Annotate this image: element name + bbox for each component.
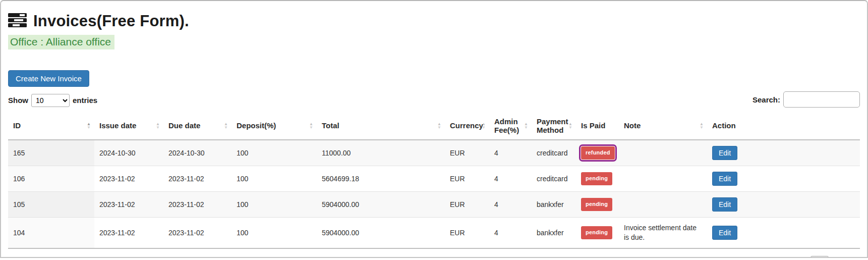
column-header-admin_fee[interactable]: Admin Fee(%)▲▼ <box>489 112 532 140</box>
cell-currency: EUR <box>445 166 489 192</box>
cell-admin_fee: 4 <box>489 192 532 218</box>
table-row: 1042023-11-022023-11-021005904000.00EUR4… <box>8 218 860 249</box>
office-banner: Office : Alliance office <box>8 35 114 49</box>
cell-admin_fee: 4 <box>489 166 532 192</box>
column-label: Currency <box>450 121 483 130</box>
cell-issue_date: 2024-10-30 <box>94 140 163 166</box>
cell-is_paid: pending <box>576 192 619 218</box>
browser-window: Invoices(Free Form). Office : Alliance o… <box>0 0 868 258</box>
cell-total: 11000.00 <box>317 140 445 166</box>
cell-is_paid: pending <box>576 166 619 192</box>
column-header-payment_method[interactable]: Payment Method▲▼ <box>532 112 576 140</box>
column-header-note[interactable]: Note▲▼ <box>619 112 707 140</box>
is-paid-status-badge: pending <box>581 226 612 239</box>
cell-due_date: 2024-10-30 <box>163 140 232 166</box>
cell-currency: EUR <box>445 218 489 249</box>
length-control: Show10entries <box>8 94 97 107</box>
sort-arrows-icon: ▲▼ <box>568 122 572 129</box>
invoice-list-icon <box>8 13 28 30</box>
cell-note: Invoice settlement date is due. <box>619 218 707 249</box>
column-header-due_date[interactable]: Due date▲▼ <box>163 112 232 140</box>
table-footer: Showing 1 to 4 of 4 entries (filtered fr… <box>8 256 860 258</box>
cell-total: 5904000.00 <box>317 192 445 218</box>
sort-arrows-icon: ▲▼ <box>224 122 228 129</box>
column-header-id[interactable]: ID▲▼ <box>8 112 94 140</box>
page-title: Invoices(Free Form). <box>33 12 189 30</box>
column-label: Payment Method <box>537 117 568 134</box>
sort-arrows-icon: ▲▼ <box>309 122 313 129</box>
cell-payment_method: bankxfer <box>532 192 576 218</box>
cell-note <box>619 166 707 192</box>
column-label: Deposit(%) <box>237 121 276 130</box>
column-header-is_paid: Is Paid <box>576 112 619 140</box>
cell-payment_method: bankxfer <box>532 218 576 249</box>
sort-arrows-icon: ▲▼ <box>700 122 704 129</box>
cell-due_date: 2023-11-02 <box>163 218 232 249</box>
sort-arrows-icon: ▲▼ <box>156 122 160 129</box>
cell-action: Edit <box>707 218 860 249</box>
toolbar: Create New Invoice <box>8 49 860 87</box>
is-paid-status-badge: pending <box>581 198 612 211</box>
column-label: Total <box>322 121 339 130</box>
edit-button[interactable]: Edit <box>712 172 737 186</box>
cell-action: Edit <box>707 192 860 218</box>
cell-deposit: 100 <box>232 140 317 166</box>
cell-note <box>619 192 707 218</box>
cell-total: 5904000.00 <box>317 218 445 249</box>
cell-payment_method: creditcard <box>532 140 576 166</box>
pagination: Previous 1 Next <box>767 256 860 258</box>
pagination-next[interactable]: Next <box>833 256 860 258</box>
sort-arrows-icon: ▲▼ <box>482 122 486 129</box>
page-header: Invoices(Free Form). <box>8 12 860 30</box>
column-label: Is Paid <box>581 121 605 130</box>
column-label: Action <box>712 121 736 130</box>
cell-issue_date: 2023-11-02 <box>94 218 163 249</box>
column-header-total[interactable]: Total▲▼ <box>317 112 445 140</box>
cell-is_paid: refunded <box>576 140 619 166</box>
edit-button[interactable]: Edit <box>712 146 737 160</box>
cell-admin_fee: 4 <box>489 218 532 249</box>
cell-is_paid: pending <box>576 218 619 249</box>
column-header-action: Action <box>707 112 860 140</box>
cell-currency: EUR <box>445 192 489 218</box>
entries-label: entries <box>73 96 97 105</box>
search-control: Search: <box>753 91 860 108</box>
edit-button[interactable]: Edit <box>712 226 737 240</box>
cell-admin_fee: 4 <box>489 140 532 166</box>
is-paid-status-badge: refunded <box>581 146 615 160</box>
table-row: 1652024-10-302024-10-3010011000.00EUR4cr… <box>8 140 860 166</box>
search-input[interactable] <box>783 91 860 108</box>
table-body: 1652024-10-302024-10-3010011000.00EUR4cr… <box>8 140 860 248</box>
cell-issue_date: 2023-11-02 <box>94 192 163 218</box>
edit-button[interactable]: Edit <box>712 197 737 212</box>
table-row: 1062023-11-022023-11-021005604699.18EUR4… <box>8 166 860 192</box>
column-label: Admin Fee(%) <box>494 117 519 134</box>
page-size-select[interactable]: 10 <box>31 94 70 107</box>
cell-id: 106 <box>8 166 94 192</box>
column-header-currency[interactable]: Currency▲▼ <box>445 112 489 140</box>
table-row: 1052023-11-022023-11-021005904000.00EUR4… <box>8 192 860 218</box>
cell-id: 105 <box>8 192 94 218</box>
column-header-issue_date[interactable]: Issue date▲▼ <box>94 112 163 140</box>
pagination-current-page[interactable]: 1 <box>811 256 829 258</box>
cell-deposit: 100 <box>232 166 317 192</box>
column-label: Issue date <box>99 121 136 130</box>
column-header-deposit[interactable]: Deposit(%)▲▼ <box>232 112 317 140</box>
page-content: Invoices(Free Form). Office : Alliance o… <box>1 1 867 258</box>
invoices-table: ID▲▼Issue date▲▼Due date▲▼Deposit(%)▲▼To… <box>8 112 860 249</box>
cell-currency: EUR <box>445 140 489 166</box>
sort-arrows-icon: ▲▼ <box>524 122 528 129</box>
cell-action: Edit <box>707 140 860 166</box>
pagination-previous[interactable]: Previous <box>767 256 806 258</box>
table-header-row: ID▲▼Issue date▲▼Due date▲▼Deposit(%)▲▼To… <box>8 112 860 140</box>
cell-payment_method: creditcard <box>532 166 576 192</box>
cell-deposit: 100 <box>232 218 317 249</box>
create-new-invoice-button[interactable]: Create New Invoice <box>8 70 89 87</box>
cell-due_date: 2023-11-02 <box>163 166 232 192</box>
column-label: ID <box>13 121 21 130</box>
cell-action: Edit <box>707 166 860 192</box>
table-head: ID▲▼Issue date▲▼Due date▲▼Deposit(%)▲▼To… <box>8 112 860 140</box>
cell-deposit: 100 <box>232 192 317 218</box>
column-label: Note <box>624 121 641 130</box>
cell-id: 104 <box>8 218 94 249</box>
